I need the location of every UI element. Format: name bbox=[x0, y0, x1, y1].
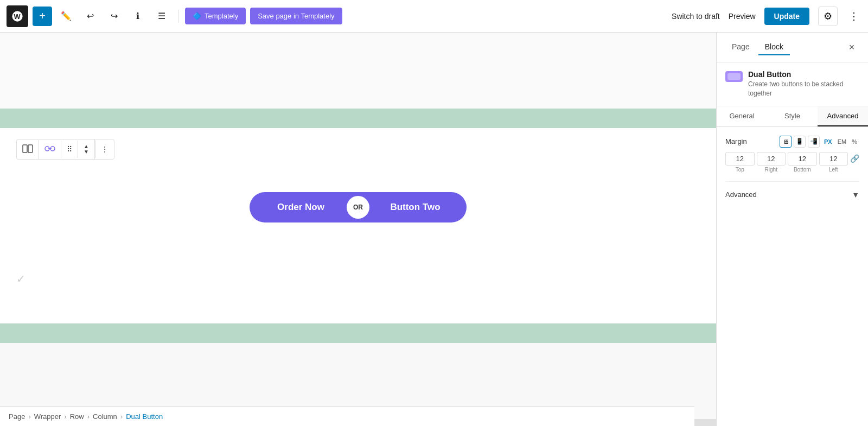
sub-tab-general[interactable]: General bbox=[717, 106, 767, 126]
panel-divider bbox=[725, 181, 859, 182]
panel-close-button[interactable]: × bbox=[844, 40, 859, 55]
more-vertical-icon: ⋮ bbox=[101, 145, 108, 154]
canvas-area[interactable]: ⠿ ▲ ▼ ⋮ Order Now bbox=[0, 33, 716, 426]
checkmark-icon: ✓ bbox=[16, 272, 25, 285]
breadcrumb-column[interactable]: Column bbox=[93, 412, 117, 421]
margin-top-group: Top bbox=[725, 152, 755, 173]
button-two-button[interactable]: Button Two bbox=[369, 202, 467, 213]
margin-right-label: Right bbox=[765, 167, 777, 173]
or-separator: OR bbox=[347, 196, 369, 219]
top-spacer bbox=[0, 33, 716, 109]
mobile-icon: 📲 bbox=[810, 138, 818, 145]
settings-button[interactable]: ⚙ bbox=[818, 7, 838, 26]
margin-left-input[interactable] bbox=[819, 152, 848, 166]
advanced-section[interactable]: Advanced ▼ bbox=[725, 184, 859, 206]
mobile-device-icon[interactable]: 📲 bbox=[808, 136, 820, 148]
save-templately-button[interactable]: Save page in Templately bbox=[250, 8, 342, 24]
chevron-down-icon: ▼ bbox=[852, 190, 859, 199]
bottom-spacer-white bbox=[16, 244, 700, 277]
drag-icon: ⠿ bbox=[67, 145, 72, 154]
margin-link-icon[interactable]: 🔗 bbox=[850, 154, 859, 163]
drag-handle[interactable]: ⠿ bbox=[61, 141, 78, 158]
more-options-button[interactable]: ⋮ bbox=[846, 7, 861, 26]
breadcrumb-sep-4: › bbox=[120, 412, 123, 421]
margin-left-group: Left bbox=[819, 152, 848, 173]
breadcrumb-sep-3: › bbox=[87, 412, 90, 421]
update-button[interactable]: Update bbox=[764, 8, 809, 25]
tab-page[interactable]: Page bbox=[725, 39, 756, 55]
templately-icon: 🔷 bbox=[193, 12, 201, 20]
main-layout: ⠿ ▲ ▼ ⋮ Order Now bbox=[0, 33, 868, 426]
sub-tab-advanced[interactable]: Advanced bbox=[818, 106, 868, 126]
margin-left-label: Left bbox=[829, 167, 838, 173]
dual-button-wrapper: Order Now OR Button Two bbox=[16, 170, 700, 244]
margin-bottom-label: Bottom bbox=[794, 167, 811, 173]
block-icon bbox=[725, 71, 743, 82]
undo-button[interactable]: ↩ bbox=[80, 7, 100, 26]
more-block-options[interactable]: ⋮ bbox=[95, 141, 114, 158]
green-stripe-bottom bbox=[0, 323, 716, 343]
move-arrows[interactable]: ▲ ▼ bbox=[78, 139, 95, 159]
unit-em[interactable]: EM bbox=[835, 137, 849, 146]
order-now-button[interactable]: Order Now bbox=[250, 202, 347, 213]
edit-icon-btn[interactable]: ✏️ bbox=[56, 7, 76, 26]
margin-controls: 🖥 📱 📲 PX EM % bbox=[780, 136, 859, 148]
block-icon-inner bbox=[727, 73, 741, 80]
margin-right-group: Right bbox=[757, 152, 786, 173]
dual-button: Order Now OR Button Two bbox=[250, 192, 467, 222]
parent-block-btn[interactable] bbox=[17, 140, 39, 159]
link-icon bbox=[44, 145, 55, 154]
svg-rect-2 bbox=[23, 145, 27, 152]
unit-percent[interactable]: % bbox=[850, 137, 859, 146]
svg-text:W: W bbox=[14, 12, 21, 20]
switch-draft-link[interactable]: Switch to draft bbox=[672, 12, 720, 21]
margin-right-input[interactable] bbox=[757, 152, 786, 166]
link-block-btn[interactable] bbox=[39, 141, 61, 158]
sub-tab-style[interactable]: Style bbox=[767, 106, 818, 126]
info-button[interactable]: ℹ bbox=[128, 7, 148, 26]
arrows-icon: ▲ ▼ bbox=[84, 144, 89, 155]
green-stripe-top bbox=[0, 109, 716, 128]
templately-label: Templately bbox=[205, 12, 238, 20]
unit-px[interactable]: PX bbox=[822, 137, 834, 146]
tab-block[interactable]: Block bbox=[758, 39, 790, 55]
margin-section: Margin 🖥 📱 📲 bbox=[725, 136, 859, 173]
redo-button[interactable]: ↪ bbox=[104, 7, 124, 26]
templately-button[interactable]: 🔷 Templately bbox=[185, 8, 246, 24]
white-section: ⠿ ▲ ▼ ⋮ Order Now bbox=[0, 128, 716, 291]
preview-link[interactable]: Preview bbox=[729, 12, 756, 21]
sub-tabs: General Style Advanced bbox=[717, 106, 868, 127]
tablet-device-icon[interactable]: 📱 bbox=[794, 136, 806, 148]
margin-header-row: Margin 🖥 📱 📲 bbox=[725, 136, 859, 148]
tablet-icon: 📱 bbox=[796, 138, 803, 145]
margin-bottom-group: Bottom bbox=[788, 152, 817, 173]
list-view-button[interactable]: ☰ bbox=[152, 7, 171, 26]
add-block-button[interactable]: + bbox=[33, 7, 52, 26]
breadcrumb-sep-1: › bbox=[28, 412, 30, 421]
wp-logo[interactable]: W bbox=[7, 5, 28, 27]
margin-top-label: Top bbox=[736, 167, 744, 173]
breadcrumb-dual-button[interactable]: Dual Button bbox=[126, 412, 163, 421]
breadcrumb-row[interactable]: Row bbox=[70, 412, 84, 421]
device-icons: 🖥 📱 📲 bbox=[780, 136, 820, 148]
margin-bottom-input[interactable] bbox=[788, 152, 817, 166]
right-panel: Page Block × Dual Button Create two butt… bbox=[716, 33, 868, 426]
main-toolbar: W + ✏️ ↩ ↪ ℹ ☰ 🔷 Templately Save page in… bbox=[0, 0, 868, 33]
margin-inputs: Top Right Bottom Left 🔗 bbox=[725, 152, 859, 173]
advanced-label: Advanced bbox=[725, 190, 757, 199]
save-templately-label: Save page in Templately bbox=[258, 12, 334, 20]
margin-label: Margin bbox=[725, 137, 747, 145]
block-desc-label: Create two buttons to be stacked togethe… bbox=[748, 80, 859, 98]
block-name-label: Dual Button bbox=[748, 70, 859, 79]
breadcrumb-wrapper[interactable]: Wrapper bbox=[34, 412, 61, 421]
breadcrumb-bar: Page › Wrapper › Row › Column › Dual But… bbox=[0, 406, 694, 426]
parent-icon bbox=[22, 144, 33, 155]
desktop-icon: 🖥 bbox=[783, 138, 789, 145]
desktop-device-icon[interactable]: 🖥 bbox=[780, 136, 792, 148]
block-info: Dual Button Create two buttons to be sta… bbox=[717, 62, 868, 106]
canvas-content: ⠿ ▲ ▼ ⋮ Order Now bbox=[0, 33, 716, 419]
toolbar-right: Switch to draft Preview Update ⚙ ⋮ bbox=[672, 7, 861, 26]
breadcrumb-page[interactable]: Page bbox=[9, 412, 25, 421]
margin-top-input[interactable] bbox=[725, 152, 755, 166]
unit-tabs: PX EM % bbox=[822, 137, 859, 146]
